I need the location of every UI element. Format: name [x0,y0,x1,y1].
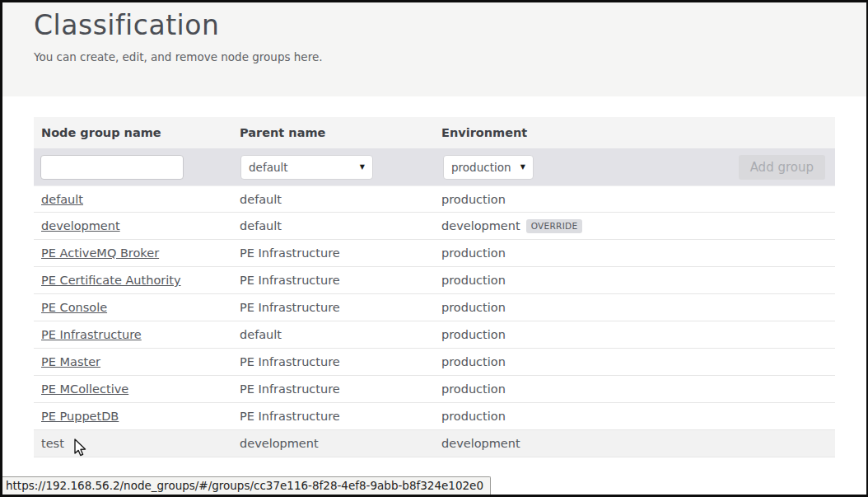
environment-select-value: production [451,161,511,174]
table-row: PE Certificate AuthorityPE Infrastructur… [34,267,835,294]
parent-name-cell: PE Infrastructure [240,301,441,314]
parent-name-cell: PE Infrastructure [240,246,441,260]
column-header-parent-name: Parent name [240,126,441,139]
environment-value: production [441,301,506,314]
parent-name-cell: default [240,328,441,341]
table-row: PE ActiveMQ BrokerPE Infrastructureprodu… [34,240,835,267]
environment-value: production [441,382,506,396]
table-row: PE Infrastructuredefaultproduction [34,321,835,349]
environment-cell: production [441,193,835,206]
parent-name-cell: PE Infrastructure [240,410,441,423]
browser-viewport: Classification You can create, edit, and… [0,0,868,497]
environment-cell: production [441,301,835,314]
environment-cell: production [441,246,835,260]
node-group-link[interactable]: default [41,193,83,206]
page-subtitle: You can create, edit, and remove node gr… [34,50,835,63]
environment-value: development [441,437,520,450]
table-row: developmentdefaultdevelopmentOVERRIDE [34,213,835,240]
node-group-link[interactable]: PE ActiveMQ Broker [41,246,159,260]
parent-name-cell: PE Infrastructure [240,382,441,396]
parent-name-select[interactable]: default ▼ [240,155,373,180]
table-row: PE PuppetDBPE Infrastructureproduction [34,403,835,430]
environment-cell: production [441,274,835,287]
node-group-link[interactable]: PE MCollective [41,382,128,396]
status-bar-url: https://192.168.56.2/node_groups/#/group… [6,479,483,492]
column-header-environment: Environment [441,126,835,139]
table-body: defaultdefaultproductiondevelopmentdefau… [34,185,835,457]
node-groups-table: Node group name Parent name Environment … [34,117,835,457]
parent-name-select-value: default [249,161,288,174]
environment-select[interactable]: production ▼ [443,155,534,180]
table-row: testdevelopmentdevelopment [34,430,835,457]
node-group-link[interactable]: PE Console [41,301,107,314]
table-row: defaultdefaultproduction [34,185,835,213]
environment-cell: production [441,382,835,396]
environment-cell: production [441,328,835,341]
environment-cell: development [441,437,835,450]
table-row: PE MCollectivePE Infrastructureproductio… [34,376,835,403]
page-title: Classification [34,9,835,41]
add-group-form-row: default ▼ production ▼ Add group [34,148,835,185]
environment-cell: production [441,355,835,368]
parent-name-cell: development [240,437,441,450]
environment-value: production [441,274,506,287]
add-group-button[interactable]: Add group [739,155,825,180]
parent-name-cell: default [240,219,441,232]
node-group-link[interactable]: PE Certificate Authority [41,274,181,287]
node-group-name-input[interactable] [40,155,184,180]
environment-value: production [441,410,506,423]
environment-cell: developmentOVERRIDE [441,219,835,233]
environment-value: development [441,219,520,232]
column-header-node-group-name: Node group name [34,126,240,139]
environment-value: production [441,328,506,341]
environment-value: production [441,355,506,368]
node-group-link[interactable]: development [41,219,120,232]
table-header-row: Node group name Parent name Environment [34,117,835,148]
node-group-link[interactable]: PE PuppetDB [41,410,119,423]
page-header: Classification You can create, edit, and… [2,2,866,96]
node-group-link[interactable]: PE Master [41,355,100,368]
parent-name-cell: default [240,193,441,206]
node-group-link[interactable]: PE Infrastructure [41,328,142,341]
table-row: PE MasterPE Infrastructureproduction [34,349,835,376]
parent-name-cell: PE Infrastructure [240,355,441,368]
browser-status-bar: https://192.168.56.2/node_groups/#/group… [2,476,491,495]
override-badge: OVERRIDE [526,219,583,233]
environment-cell: production [441,410,835,423]
parent-name-cell: PE Infrastructure [240,274,441,287]
chevron-down-icon: ▼ [520,163,525,171]
environment-value: production [441,246,506,260]
environment-value: production [441,193,506,206]
chevron-down-icon: ▼ [360,163,365,171]
node-group-link[interactable]: test [41,437,64,450]
table-row: PE ConsolePE Infrastructureproduction [34,294,835,321]
